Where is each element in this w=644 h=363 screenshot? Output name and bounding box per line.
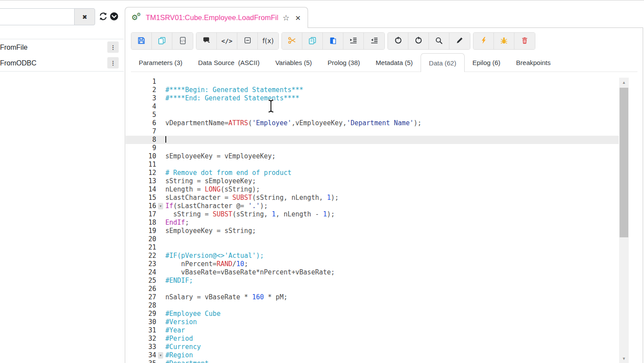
code-line[interactable]: 28 [126, 301, 619, 310]
undo-button[interactable] [388, 33, 408, 49]
code-line[interactable]: 35#Department [126, 360, 619, 363]
code-line[interactable]: 21 [126, 243, 619, 252]
tab-variables-5[interactable]: Variables (5) [267, 53, 320, 72]
fold-column [156, 285, 165, 293]
fold-toggle[interactable]: ▾ [158, 203, 163, 209]
code-line[interactable]: 23 nPercent=RAND/10; [126, 260, 619, 268]
scroll-down-button[interactable]: ▼ [619, 354, 629, 363]
cut-button[interactable] [282, 33, 302, 49]
run-button[interactable] [473, 33, 494, 49]
close-tab-button[interactable]: × [295, 13, 301, 22]
scroll-up-button[interactable]: ▲ [619, 78, 629, 87]
code-line[interactable]: 3#****End: Generated Statements**** [126, 94, 619, 103]
code-line[interactable]: 11 [126, 161, 619, 169]
code-line[interactable]: 20 [126, 235, 619, 243]
search-button[interactable] [429, 33, 449, 49]
code-line[interactable]: 25#ENDIF; [126, 277, 619, 285]
code-line[interactable]: 10sEmployeeKey = vEmployeeKey; [126, 152, 619, 161]
code-line[interactable]: 4 [126, 103, 619, 111]
tab-epilog-6[interactable]: Epilog (6) [465, 53, 508, 72]
code-line[interactable]: 15sLastCharacter = SUBST(sString, nLengt… [126, 194, 619, 202]
code-text: sLastCharacter = SUBST(sString, nLength,… [165, 194, 619, 202]
save-button[interactable] [131, 33, 152, 49]
item-menu-button[interactable]: ⋮ [107, 57, 119, 68]
code-line[interactable]: 29#Employee Cube [126, 310, 619, 318]
vertical-scrollbar[interactable]: ▲ ▼ [619, 78, 629, 363]
code-line[interactable]: 17 sString = SUBST(sString, 1, nLength -… [126, 210, 619, 219]
svg-text:</>: </> [180, 39, 185, 42]
fold-column [156, 144, 165, 152]
line-number: 14 [126, 185, 156, 194]
code-line[interactable]: 14nLength = LONG(sString); [126, 185, 619, 194]
fold-toggle[interactable]: ▾ [158, 352, 163, 359]
comment-button[interactable] [196, 33, 217, 49]
code-line[interactable]: 18EndIf; [126, 219, 619, 227]
code-line[interactable]: 12# Remove dot from end of product [126, 169, 619, 177]
code-text: #Version [165, 318, 619, 326]
sidebar-item-fromodbc[interactable]: FromODBC⋮ [0, 55, 124, 72]
code-line[interactable]: 30#Version [126, 318, 619, 326]
code-line[interactable]: 1 [126, 78, 619, 86]
redo-button[interactable] [408, 33, 429, 49]
code-line[interactable]: 24 vBaseRate=vBaseRate*nPercent+vBaseRat… [126, 268, 619, 277]
collapse-block-button[interactable] [237, 33, 258, 49]
paste-button[interactable] [323, 33, 343, 49]
search-input[interactable] [0, 8, 75, 25]
toolbar-group: </> [131, 32, 193, 50]
indent-button[interactable] [343, 33, 364, 49]
tab-breakpoints[interactable]: Breakpoints [508, 53, 558, 72]
refresh-button[interactable] [98, 12, 108, 22]
fold-column [156, 136, 165, 144]
code-line[interactable]: 33#Currency [126, 343, 619, 351]
text-caret [165, 136, 166, 143]
chevron-down-circle-icon [110, 12, 119, 22]
code-line[interactable]: 34▾#Region [126, 351, 619, 360]
edit-button[interactable] [449, 33, 470, 49]
code-line[interactable]: 31#Year [126, 326, 619, 335]
code-line[interactable]: 8 [126, 136, 619, 144]
document-tab[interactable]: ⚙⚙ TM1SRV01:Cube.Employee.LoadFromFile ☆… [125, 7, 308, 28]
debug-button[interactable] [494, 33, 514, 49]
line-number: 20 [126, 235, 156, 243]
close-icon: ✖ [82, 14, 87, 21]
fold-column: ▾ [156, 202, 165, 210]
line-number: 30 [126, 318, 156, 326]
tab-parameters-3[interactable]: Parameters (3) [131, 53, 190, 72]
line-number: 4 [126, 103, 156, 111]
tab-data-source-ascii[interactable]: Data Source (ASCII) [190, 53, 267, 72]
line-number: 34 [126, 351, 156, 360]
item-menu-button[interactable]: ⋮ [107, 41, 119, 53]
code-line[interactable]: 22#IF(pVersion@<>'Actual'); [126, 252, 619, 260]
code-line[interactable]: 27nSalary = vBaseRate * 160 * pM; [126, 293, 619, 301]
duplicate-button[interactable] [302, 33, 323, 49]
code-line[interactable]: 26 [126, 285, 619, 293]
scrollbar-thumb[interactable] [620, 88, 628, 237]
copy-button[interactable] [152, 33, 172, 49]
code-line[interactable]: 6vDepartmentName=ATTRS('Employee',vEmplo… [126, 119, 619, 127]
code-line[interactable]: 9 [126, 144, 619, 152]
code-line[interactable]: 32#Period [126, 335, 619, 343]
outdent-button[interactable] [364, 33, 384, 49]
tab-metadata-5[interactable]: Metadata (5) [368, 53, 421, 72]
indent-icon [349, 37, 357, 46]
fold-column [156, 293, 165, 301]
sidebar-item-fromfile[interactable]: FromFile⋮ [0, 39, 124, 56]
code-editor[interactable]: 12#****Begin: Generated Statements***3#*… [126, 78, 619, 363]
collapse-all-button[interactable] [109, 12, 119, 22]
code-line[interactable]: 5 [126, 111, 619, 119]
code-line[interactable]: 7 [126, 127, 619, 136]
favorite-star-button[interactable]: ☆ [282, 13, 291, 23]
code-button[interactable]: </> [217, 33, 237, 49]
delete-button[interactable] [514, 33, 535, 49]
function-button[interactable]: f(x) [258, 33, 278, 49]
code-line[interactable]: 19sEmployeeKey = sString; [126, 227, 619, 235]
tab-prolog-38[interactable]: Prolog (38) [320, 53, 368, 72]
code-line[interactable]: 13sString = sEmployeeKey; [126, 177, 619, 185]
code-line[interactable]: 2#****Begin: Generated Statements*** [126, 86, 619, 94]
view-source-button[interactable]: </> [172, 33, 193, 49]
code-text: nLength = LONG(sString); [165, 185, 619, 194]
code-text: sString = SUBST(sString, 1, nLength - 1)… [165, 210, 619, 219]
code-line[interactable]: 16▾If(sLastCharacter @= '.'); [126, 202, 619, 210]
clear-search-button[interactable]: ✖ [74, 8, 95, 25]
tab-data-62[interactable]: Data (62) [421, 53, 465, 72]
